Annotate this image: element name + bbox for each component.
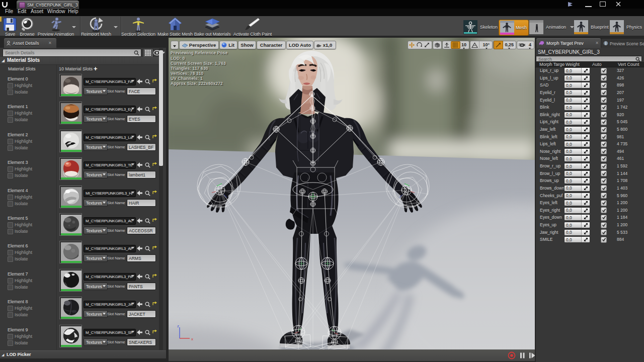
- svg-text:x: x: [191, 337, 193, 341]
- svg-text:z: z: [177, 324, 179, 328]
